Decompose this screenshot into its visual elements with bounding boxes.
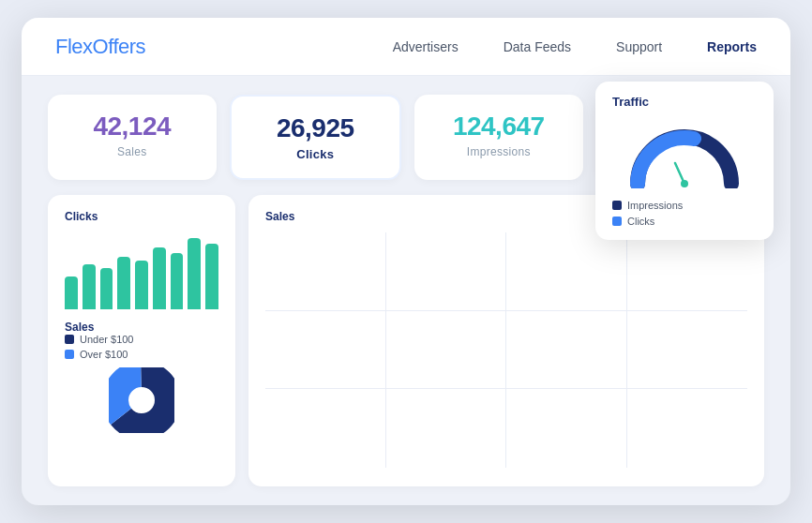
grid-cell-4 xyxy=(627,232,748,311)
traffic-popup-title: Traffic xyxy=(612,95,757,109)
gauge-wrap xyxy=(612,118,757,188)
pie-section: Sales Under $100 Over $100 xyxy=(65,321,218,433)
pie-chart xyxy=(109,367,174,433)
navbar: FlexOffers Advertisers Data Feeds Suppor… xyxy=(22,18,790,76)
traffic-legend-impressions: Impressions xyxy=(612,200,757,211)
left-chart-card: Clicks Sales xyxy=(48,195,235,486)
traffic-popup: Traffic Impressions Clicks xyxy=(595,82,774,240)
stat-card-sales: 42,124 Sales xyxy=(48,95,217,180)
stat-label-impressions: Impressions xyxy=(467,145,531,158)
gauge-chart xyxy=(624,118,745,188)
nav-item-reports[interactable]: Reports xyxy=(707,38,757,55)
stat-card-impressions: 124,647 Impressions xyxy=(414,95,583,180)
grid-cell-5 xyxy=(265,311,386,390)
nav-link-support[interactable]: Support xyxy=(616,39,662,54)
traffic-label-impressions: Impressions xyxy=(627,200,683,211)
traffic-label-clicks: Clicks xyxy=(627,216,654,227)
bar-4 xyxy=(117,257,130,309)
logo-offers: Offers xyxy=(93,35,146,58)
legend-label-over100: Over $100 xyxy=(80,349,128,360)
grid-cell-2 xyxy=(386,232,507,311)
bar-2 xyxy=(83,264,96,309)
stat-card-clicks: 26,925 Clicks xyxy=(230,95,402,180)
app-container: FlexOffers Advertisers Data Feeds Suppor… xyxy=(22,18,790,505)
nav-item-advertisers[interactable]: Advertisers xyxy=(393,38,459,55)
logo-flex: Flex xyxy=(55,35,93,58)
nav-link-datafeeds[interactable]: Data Feeds xyxy=(504,39,571,54)
grid-cell-9 xyxy=(265,389,386,468)
traffic-dot-impressions xyxy=(612,201,622,210)
legend-dot-over100 xyxy=(65,350,74,359)
bar-3 xyxy=(100,268,113,309)
bar-8 xyxy=(188,238,201,309)
traffic-legend: Impressions Clicks xyxy=(612,200,757,227)
stat-value-clicks: 26,925 xyxy=(277,113,354,143)
legend-label-under100: Under $100 xyxy=(80,334,134,345)
nav-links: Advertisers Data Feeds Support Reports xyxy=(393,38,757,55)
stat-value-sales: 42,124 xyxy=(93,112,171,142)
legend-item-over100: Over $100 xyxy=(65,349,218,360)
grid-cell-3 xyxy=(506,232,627,311)
sales-grid xyxy=(265,232,747,468)
nav-item-support[interactable]: Support xyxy=(616,38,662,55)
nav-item-datafeeds[interactable]: Data Feeds xyxy=(504,38,571,55)
logo: FlexOffers xyxy=(55,35,145,59)
grid-cell-12 xyxy=(627,389,748,468)
pie-legend: Under $100 Over $100 xyxy=(65,334,218,360)
bar-6 xyxy=(153,247,166,309)
clicks-chart-title: Clicks xyxy=(65,210,218,223)
bar-1 xyxy=(65,276,78,309)
grid-cell-1 xyxy=(265,232,386,311)
bar-chart xyxy=(65,234,218,309)
traffic-dot-clicks xyxy=(612,217,622,226)
grid-cell-7 xyxy=(506,311,627,390)
stat-value-impressions: 124,647 xyxy=(453,112,545,142)
grid-cell-6 xyxy=(386,311,507,390)
grid-cell-10 xyxy=(386,389,507,468)
bar-9 xyxy=(205,244,218,309)
grid-cell-11 xyxy=(506,389,627,468)
grid-cell-8 xyxy=(627,311,748,390)
traffic-legend-clicks: Clicks xyxy=(612,216,757,227)
svg-point-1 xyxy=(115,374,168,426)
svg-point-3 xyxy=(681,180,688,187)
stat-label-clicks: Clicks xyxy=(296,147,334,161)
stat-label-sales: Sales xyxy=(117,145,147,158)
bar-5 xyxy=(135,261,148,309)
legend-item-under100: Under $100 xyxy=(65,334,218,345)
nav-link-reports[interactable]: Reports xyxy=(707,39,757,54)
nav-link-advertisers[interactable]: Advertisers xyxy=(393,39,459,54)
legend-dot-under100 xyxy=(65,335,74,344)
bar-7 xyxy=(171,253,184,309)
sales-legend-title: Sales xyxy=(65,321,218,334)
pie-chart-wrap xyxy=(65,367,218,433)
